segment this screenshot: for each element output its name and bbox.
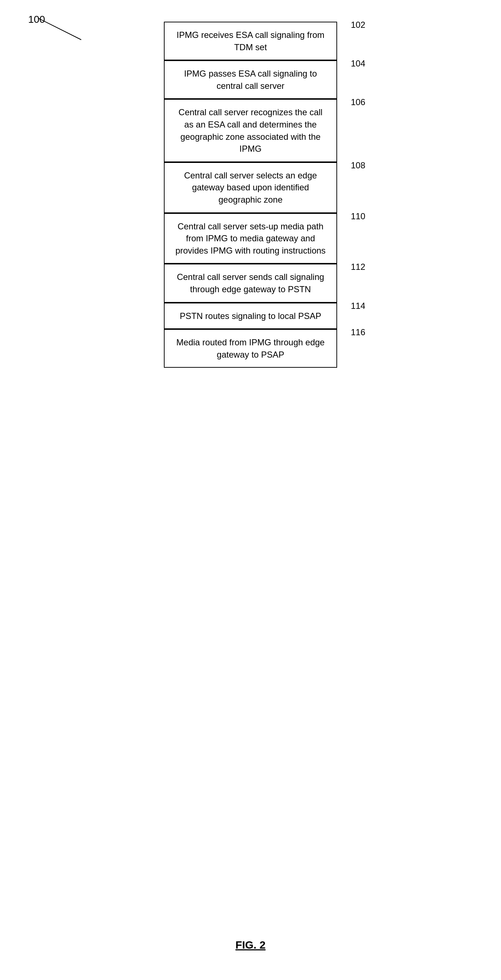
box-108-number: 108: [351, 159, 365, 172]
box-102: IPMG receives ESA call signaling from TD…: [164, 22, 337, 60]
box-110: Central call server sets-up media path f…: [164, 213, 337, 264]
figure-label: FIG. 2: [235, 939, 265, 951]
box-110-text: Central call server sets-up media path f…: [175, 221, 326, 255]
box-108: Central call server selects an edge gate…: [164, 162, 337, 213]
box-112: Central call server sends call signaling…: [164, 264, 337, 302]
diagram-container: 100 IPMG receives ESA call signaling fro…: [0, 0, 501, 980]
box-104-number: 104: [351, 57, 365, 70]
box-104-text: IPMG passes ESA call signaling to centra…: [184, 68, 317, 91]
box-114-number: 114: [351, 300, 365, 312]
box-116-number: 116: [351, 326, 365, 339]
flowchart: IPMG receives ESA call signaling from TD…: [142, 22, 359, 368]
box-106-number: 106: [351, 96, 365, 108]
svg-line-0: [38, 18, 81, 40]
box-116-text: Media routed from IPMG through edge gate…: [176, 337, 325, 360]
box-104: IPMG passes ESA call signaling to centra…: [164, 60, 337, 99]
box-110-number: 110: [351, 210, 365, 223]
box-102-number: 102: [351, 19, 365, 31]
box-112-number: 112: [351, 261, 365, 273]
box-102-text: IPMG receives ESA call signaling from TD…: [176, 30, 325, 52]
box-106-text: Central call server recognizes the call …: [179, 107, 323, 154]
box-114-text: PSTN routes signaling to local PSAP: [180, 311, 321, 321]
box-112-text: Central call server sends call signaling…: [177, 272, 324, 294]
box-106: Central call server recognizes the call …: [164, 99, 337, 162]
box-108-text: Central call server selects an edge gate…: [184, 170, 317, 204]
label-arrow-svg: [38, 18, 110, 47]
box-116: Media routed from IPMG through edge gate…: [164, 329, 337, 368]
box-114: PSTN routes signaling to local PSAP 114: [164, 303, 337, 329]
